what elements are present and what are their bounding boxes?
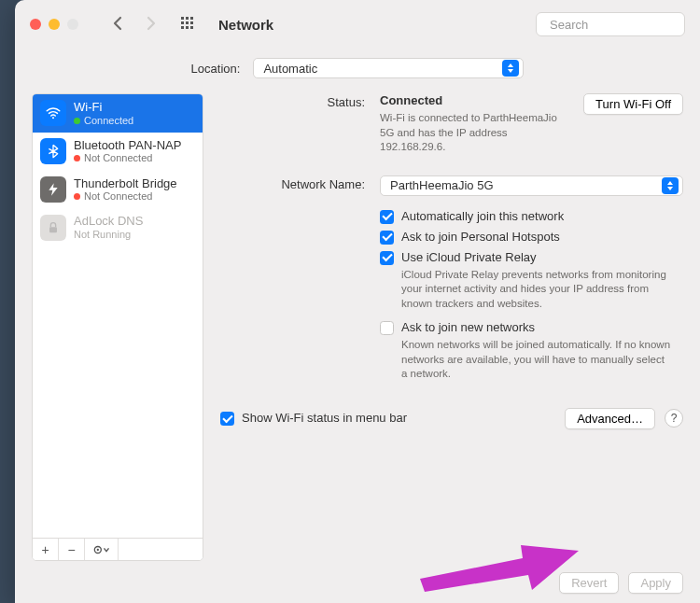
location-row: Location: Automatic	[15, 49, 700, 93]
sidebar-footer: + −	[33, 538, 203, 560]
service-name: Bluetooth PAN-NAP	[74, 138, 181, 153]
checkbox-icon	[380, 251, 394, 265]
icloud-relay-checkbox[interactable]: Use iCloud Private Relay iCloud Private …	[380, 250, 683, 312]
wifi-icon	[40, 100, 66, 126]
svg-rect-3	[181, 21, 184, 24]
svg-rect-4	[186, 21, 189, 24]
revert-button[interactable]: Revert	[559, 572, 619, 594]
status-dot-icon	[74, 118, 80, 124]
status-value: Connected	[380, 93, 568, 107]
service-adlock[interactable]: AdLock DNS Not Running	[33, 208, 203, 246]
add-service-button[interactable]: +	[33, 539, 59, 560]
svg-rect-2	[190, 17, 193, 20]
location-value: Automatic	[263, 62, 317, 76]
preferences-window: Network Location: Automatic Wi-Fi Conn	[15, 0, 700, 603]
checkbox-icon	[380, 231, 394, 245]
network-name-value: ParthHeemaJio 5G	[390, 178, 494, 192]
zoom-window-button[interactable]	[67, 19, 78, 30]
service-name: Wi-Fi	[74, 100, 133, 115]
service-name: Thunderbolt Bridge	[74, 176, 177, 191]
remove-service-button[interactable]: −	[59, 539, 85, 560]
status-label: Status:	[220, 93, 365, 109]
service-name: AdLock DNS	[74, 214, 143, 229]
status-dot-icon	[74, 155, 80, 161]
network-name-label: Network Name:	[220, 175, 365, 191]
svg-rect-6	[181, 26, 184, 29]
service-bluetooth[interactable]: Bluetooth PAN-NAP Not Connected	[33, 133, 203, 171]
footer-buttons: Revert Apply	[15, 565, 700, 603]
back-button[interactable]	[105, 14, 131, 35]
search-field[interactable]	[536, 12, 685, 36]
service-menu-button[interactable]	[85, 539, 119, 560]
auto-join-checkbox[interactable]: Automatically join this network	[380, 209, 683, 224]
window-controls	[30, 19, 78, 30]
close-window-button[interactable]	[30, 19, 41, 30]
location-label: Location:	[191, 62, 241, 76]
service-list: Wi-Fi Connected Bluetooth PAN-NAP Not Co…	[33, 94, 203, 538]
toggle-wifi-button[interactable]: Turn Wi-Fi Off	[583, 93, 683, 115]
svg-rect-0	[181, 17, 184, 20]
advanced-button[interactable]: Advanced…	[565, 408, 655, 429]
checkbox-icon	[380, 321, 394, 335]
network-name-select[interactable]: ParthHeemaJio 5G	[380, 175, 683, 196]
apply-button[interactable]: Apply	[628, 572, 683, 594]
ask-hotspot-checkbox[interactable]: Ask to join Personal Hotspots	[380, 230, 683, 245]
svg-rect-1	[186, 17, 189, 20]
svg-rect-8	[190, 26, 193, 29]
titlebar: Network	[15, 0, 700, 49]
bluetooth-icon	[40, 138, 66, 164]
lock-icon	[40, 215, 66, 241]
checkbox-icon	[380, 210, 394, 224]
stepper-icon	[662, 177, 679, 194]
checkbox-icon	[220, 412, 234, 426]
status-description: Wi-Fi is connected to ParthHeemaJio 5G a…	[380, 111, 568, 155]
help-button[interactable]: ?	[665, 409, 683, 428]
minimize-window-button[interactable]	[49, 19, 60, 30]
status-dot-icon	[74, 193, 80, 200]
stepper-icon	[502, 60, 519, 77]
main-panel: Status: Connected Wi-Fi is connected to …	[220, 93, 683, 561]
icloud-relay-description: iCloud Private Relay prevents networks f…	[401, 268, 672, 312]
svg-rect-5	[190, 21, 193, 24]
search-input[interactable]	[550, 18, 700, 32]
show-all-icon[interactable]	[181, 17, 196, 32]
window-title: Network	[218, 17, 273, 33]
location-select[interactable]: Automatic	[253, 58, 524, 78]
services-sidebar: Wi-Fi Connected Bluetooth PAN-NAP Not Co…	[32, 93, 203, 561]
ask-new-description: Known networks will be joined automatica…	[401, 338, 672, 382]
ask-new-checkbox[interactable]: Ask to join new networks Known networks …	[380, 320, 683, 382]
svg-point-11	[52, 118, 54, 119]
svg-rect-12	[49, 227, 57, 232]
forward-button[interactable]	[138, 14, 164, 35]
svg-point-14	[96, 548, 98, 550]
thunderbolt-icon	[40, 176, 66, 203]
svg-rect-7	[186, 26, 189, 29]
show-menubar-checkbox[interactable]: Show Wi-Fi status in menu bar	[220, 411, 407, 426]
service-thunderbolt[interactable]: Thunderbolt Bridge Not Connected	[33, 171, 203, 209]
service-wifi[interactable]: Wi-Fi Connected	[33, 94, 203, 133]
